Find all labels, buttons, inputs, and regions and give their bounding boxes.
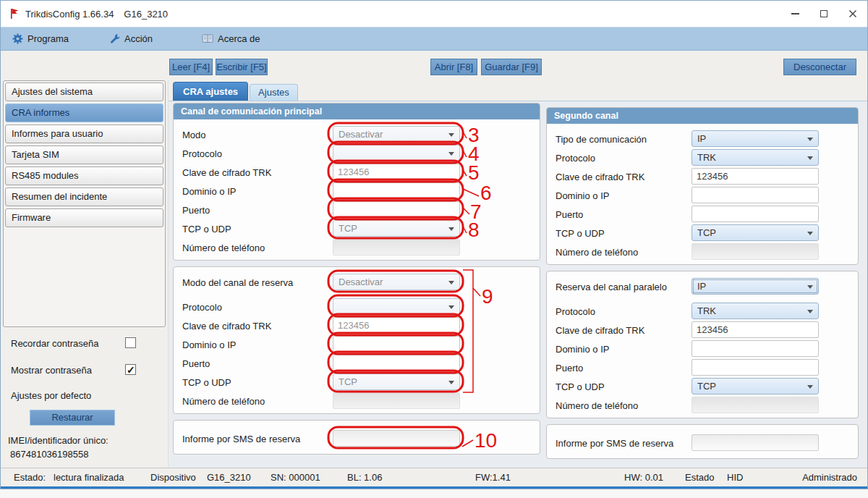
status-firmware-version: FW:1.41 [475, 472, 511, 483]
sidebar-item-ajustes-del-sistema[interactable]: Ajustes del sistema [5, 83, 163, 101]
field-row-telefono: Número de teléfono [547, 396, 858, 415]
field-row-dominio-ip: Dominio o IP [547, 339, 858, 358]
menu-acerca-de-label: Acerca de [218, 33, 260, 44]
field-label: Clave de cifrado TRK [182, 321, 271, 332]
sidebar-item-firmware[interactable]: Firmware [5, 208, 163, 227]
panel-segundo-canal-title: Segundo canal [547, 108, 858, 124]
field-row-tcp-udp: TCP o UDP TCP [547, 377, 858, 396]
sidebar-item-tarjeta-sim[interactable]: Tarjeta SIM [5, 145, 163, 164]
maximize-button[interactable] [809, 1, 838, 27]
open-button[interactable]: Abrir [F8] [430, 59, 477, 75]
puerto-input-2[interactable] [692, 206, 819, 222]
tab-cra-ajustes[interactable]: CRA ajustes [173, 82, 248, 101]
field-row-protocolo: Protocolo TRK [547, 148, 858, 167]
tcp-udp-select[interactable]: TCP [333, 220, 460, 237]
dominio-ip-input-2[interactable] [692, 187, 819, 203]
status-estado-label: Estado [685, 472, 714, 483]
protocolo-select-2[interactable]: TRK [692, 149, 819, 166]
sms-reserva-input-2[interactable] [692, 434, 819, 451]
field-label: Protocolo [182, 148, 222, 159]
field-row-telefono: Número de teléfono [174, 392, 540, 410]
clave-trk-reserva-input[interactable] [333, 317, 460, 334]
window-bottom-border [1, 486, 867, 489]
field-row-dominio-ip: Dominio o IP [174, 335, 540, 354]
field-row-telefono: Número de teléfono [174, 238, 540, 257]
status-bootloader-version: BL: 1.06 [347, 472, 382, 483]
clave-trk-input-2[interactable] [692, 168, 819, 185]
field-row-modo: Modo Desactivar [174, 125, 540, 144]
sms-reserva-input[interactable] [333, 430, 460, 447]
clave-trk-reserva-input-2[interactable] [692, 321, 819, 338]
protocolo-reserva-select-2[interactable]: TRK [692, 303, 819, 319]
disconnect-button[interactable]: Desconectar [783, 59, 856, 75]
field-label: TCP o UDP [182, 224, 231, 235]
panel-sms-reserva: Informe por SMS de reserva [173, 420, 540, 455]
tab-ajustes[interactable]: Ajustes [250, 84, 298, 101]
dominio-ip-reserva-input-2[interactable] [692, 340, 819, 357]
sidebar-item-resumen-del-incidente[interactable]: Resumen del incidente [5, 187, 163, 206]
panel-sms-reserva-2: Informe por SMS de reserva [546, 424, 859, 459]
minimize-icon [791, 13, 799, 14]
reserva-paralelo-select[interactable]: IP [692, 278, 819, 295]
menu-programa[interactable]: Programa [12, 28, 69, 50]
status-admin-value: Administrado [802, 472, 857, 483]
field-row-clave-trk: Clave de cifrado TRK [547, 321, 858, 339]
field-label: Modo [182, 130, 206, 140]
puerto-reserva-input[interactable] [333, 355, 460, 371]
panel-canal-principal-title: Canal de comunicación principal [174, 104, 540, 119]
field-row-puerto: Puerto [174, 354, 540, 373]
chevron-down-icon [448, 227, 454, 231]
puerto-input[interactable] [333, 201, 460, 218]
field-row-protocolo: Protocolo TRK [547, 302, 858, 321]
show-password-label: Mostrar contraseña [11, 365, 92, 376]
remember-password-checkbox[interactable] [125, 337, 136, 348]
tcp-udp-reserva-select-2[interactable]: TCP [692, 378, 819, 394]
field-label: Puerto [182, 358, 210, 369]
field-label: Número de teléfono [556, 400, 638, 411]
field-label: Puerto [182, 205, 210, 216]
restore-button[interactable]: Restaurar [30, 410, 115, 426]
field-row-protocolo: Protocolo [174, 144, 540, 163]
close-button[interactable] [838, 1, 867, 27]
write-button[interactable]: Escribir [F5] [216, 59, 268, 75]
protocolo-select[interactable] [333, 145, 460, 161]
chevron-down-icon [448, 133, 454, 137]
sidebar-nav: Ajustes del sistema CRA informes Informe… [3, 80, 166, 327]
maximize-icon [820, 10, 827, 17]
puerto-reserva-input-2[interactable] [692, 359, 819, 376]
sidebar-item-informes-para-usuario[interactable]: Informes para usuario [5, 124, 163, 143]
field-row-tcp-udp: TCP o UDP TCP [547, 224, 858, 242]
modo-select[interactable]: Desactivar [333, 126, 460, 143]
sidebar-item-cra-informes[interactable]: CRA informes [5, 104, 163, 122]
close-icon [848, 9, 857, 18]
tab-content: Canal de comunicación principal Modo Des… [169, 101, 867, 468]
field-label: Número de teléfono [556, 247, 638, 258]
status-device-value: G16_3210 [207, 472, 251, 483]
save-button[interactable]: Guardar [F9] [481, 59, 542, 75]
field-row-puerto: Puerto [547, 205, 858, 224]
tcp-udp-reserva-select[interactable]: TCP [333, 374, 460, 390]
field-label: Clave de cifrado TRK [182, 167, 271, 178]
sidebar-item-rs485-modules[interactable]: RS485 modules [5, 166, 163, 185]
field-label: Puerto [556, 363, 583, 374]
menu-acerca-de[interactable]: Acerca de [202, 28, 260, 50]
menu-accion[interactable]: Acción [109, 28, 153, 50]
dominio-ip-input[interactable] [333, 182, 460, 199]
main-area: CRA ajustes Ajustes Canal de comunicació… [169, 80, 867, 468]
protocolo-reserva-select[interactable] [333, 298, 460, 315]
field-label: Informe por SMS de reserva [182, 434, 300, 444]
clave-trk-input[interactable] [333, 164, 460, 180]
tab-strip: CRA ajustes Ajustes [169, 80, 867, 101]
dominio-ip-reserva-input[interactable] [333, 336, 460, 353]
tcp-udp-select-2[interactable]: TCP [692, 224, 819, 241]
chevron-down-icon [448, 281, 454, 284]
show-password-checkbox[interactable] [125, 364, 136, 375]
telefono-reserva-input-2 [692, 397, 819, 413]
defaults-label: Ajustes por defecto [1, 389, 168, 403]
menu-bar: Programa Acción Acerca de [1, 27, 867, 51]
read-button[interactable]: Leer [F4] [169, 59, 213, 75]
minimize-button[interactable] [780, 1, 809, 27]
tipo-comunicacion-select[interactable]: IP [692, 130, 819, 147]
chevron-down-icon [807, 385, 813, 389]
modo-reserva-select[interactable]: Desactivar [333, 274, 460, 290]
